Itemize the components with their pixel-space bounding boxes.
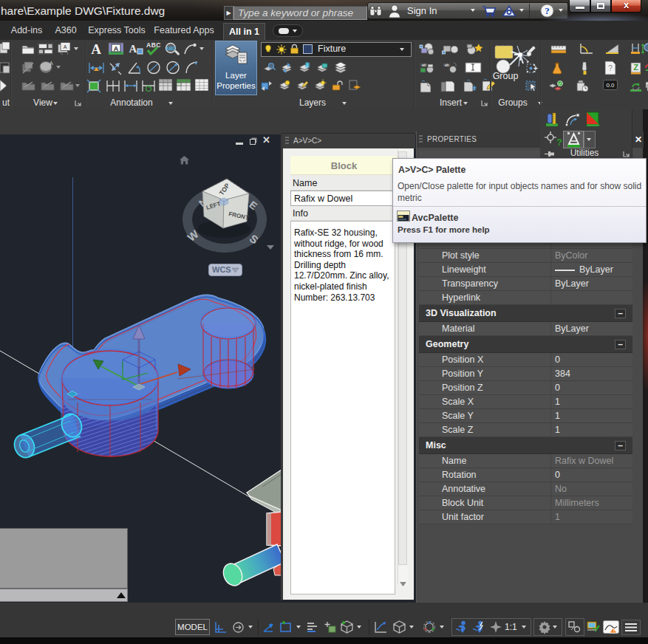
svg-text:?: ? xyxy=(556,137,562,148)
svg-text:A: A xyxy=(50,61,53,66)
svg-text:ABC: ABC xyxy=(146,41,161,49)
svg-text:Z: Z xyxy=(633,63,638,72)
svg-text:ab: ab xyxy=(445,63,449,67)
svg-text:A: A xyxy=(64,44,67,49)
svg-text:!: ! xyxy=(613,628,615,633)
svg-text:A: A xyxy=(114,45,119,52)
svg-text:ABC: ABC xyxy=(166,46,176,51)
svg-text:ab: ab xyxy=(422,63,426,67)
svg-text:?: ? xyxy=(608,64,613,72)
svg-text:A: A xyxy=(129,43,137,55)
svg-text:0.0: 0.0 xyxy=(606,82,615,89)
